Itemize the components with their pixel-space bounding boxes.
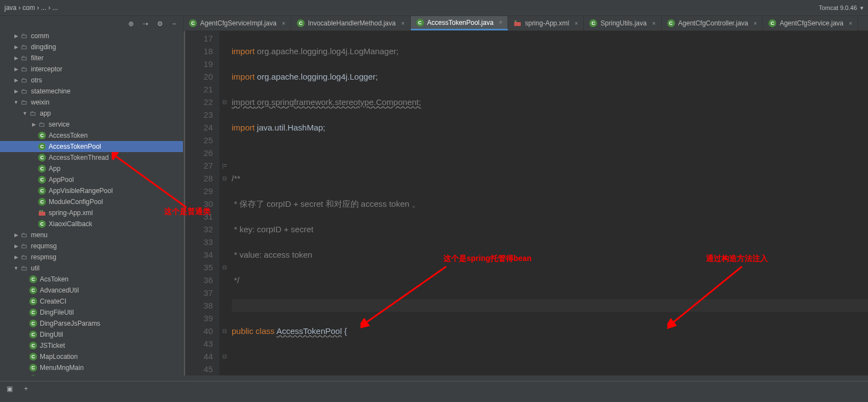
close-icon[interactable]: × bbox=[849, 20, 853, 27]
tree-item-accesstokenpool[interactable]: CAccessTokenPool bbox=[0, 141, 183, 152]
tree-item-moduleconfigpool[interactable]: CModuleConfigPool bbox=[0, 196, 183, 207]
tree-label: CreateCI bbox=[40, 297, 66, 305]
tab-invocablehandlermethod-java[interactable]: CInvocableHandlerMethod.java× bbox=[291, 16, 411, 30]
tree-item-weixin[interactable]: ▼🗀weixin bbox=[0, 97, 183, 108]
tree-item-otrs[interactable]: ▶🗀otrs bbox=[0, 75, 183, 86]
fold-marker[interactable] bbox=[219, 236, 229, 248]
fold-marker[interactable] bbox=[219, 108, 229, 121]
add-icon[interactable]: + bbox=[21, 384, 31, 394]
tab-accesstokenpool-java[interactable]: CAccessTokenPool.java× bbox=[411, 16, 509, 30]
locate-icon[interactable]: ⊕ bbox=[127, 19, 135, 28]
folder-icon: 🗀 bbox=[20, 43, 29, 51]
fold-marker[interactable]: ⊟ bbox=[219, 350, 229, 363]
fold-marker[interactable] bbox=[219, 45, 229, 58]
svg-rect-0 bbox=[39, 212, 45, 216]
close-icon[interactable]: × bbox=[652, 20, 656, 27]
fold-marker[interactable]: ⊟ bbox=[219, 325, 229, 337]
tree-item-xiaoxicallback[interactable]: CXiaoxiCallback bbox=[0, 218, 183, 229]
tree-item-accesstokenthread[interactable]: CAccessTokenThread bbox=[0, 152, 183, 163]
tree-item-acstoken[interactable]: CAcsToken bbox=[0, 274, 183, 285]
fold-marker[interactable] bbox=[219, 197, 229, 210]
fold-marker[interactable] bbox=[219, 83, 229, 96]
tab-spring-app-xml[interactable]: spring-App.xml× bbox=[508, 16, 584, 30]
tab-springutils-java[interactable]: CSpringUtils.java× bbox=[584, 16, 661, 30]
close-icon[interactable]: × bbox=[574, 20, 578, 27]
fold-marker[interactable] bbox=[219, 223, 229, 236]
tree-item-dingutil[interactable]: CDingUtil bbox=[0, 329, 183, 340]
fold-marker[interactable]: ⊟ bbox=[219, 261, 229, 274]
fold-marker[interactable] bbox=[219, 185, 229, 197]
tree-arrow-icon: ▶ bbox=[13, 232, 19, 238]
tree-item-dingfileutil[interactable]: CDingFileUtil bbox=[0, 307, 183, 318]
horizontal-scroll[interactable] bbox=[0, 375, 868, 381]
tree-item-requmsg[interactable]: ▶🗀requmsg bbox=[0, 241, 183, 252]
fold-marker[interactable] bbox=[219, 121, 229, 134]
tree-item-respmsg[interactable]: ▶🗀respmsg bbox=[0, 252, 183, 263]
fold-marker[interactable] bbox=[219, 363, 229, 375]
tree-item-appvisiblerangepool[interactable]: CAppVisibleRangePool bbox=[0, 185, 183, 196]
tree-item-interceptor[interactable]: ▶🗀interceptor bbox=[0, 64, 183, 75]
tree-item-filter[interactable]: ▶🗀filter bbox=[0, 53, 183, 64]
tree-item-spring-app-xml[interactable]: spring-App.xml bbox=[0, 207, 183, 218]
gear-icon[interactable]: ⚙ bbox=[155, 19, 164, 28]
fold-marker[interactable] bbox=[219, 286, 229, 299]
folder-icon: 🗀 bbox=[38, 120, 46, 129]
collapse-icon[interactable]: ⇢ bbox=[141, 19, 150, 28]
tree-label: requmsg bbox=[31, 242, 57, 250]
fold-marker[interactable]: ⊟ bbox=[219, 172, 229, 185]
tree-item-menumngmain[interactable]: CMenuMngMain bbox=[0, 362, 183, 373]
xml-icon bbox=[514, 19, 521, 27]
close-icon[interactable]: × bbox=[754, 20, 757, 27]
fold-marker[interactable] bbox=[219, 70, 229, 83]
terminal-icon[interactable]: ▣ bbox=[4, 384, 14, 394]
tree-item-dingding[interactable]: ▶🗀dingding bbox=[0, 41, 183, 53]
class-icon: C bbox=[29, 308, 38, 317]
tab-agentcfgserviceimpl-java[interactable]: CAgentCfgServiceImpl.java× bbox=[184, 16, 291, 30]
fold-marker[interactable] bbox=[219, 299, 229, 312]
hide-icon[interactable]: − bbox=[170, 19, 179, 28]
project-tree[interactable]: ⊕ ⇢ ⚙ − ▶🗀comm▶🗀dingding▶🗀filter▶🗀interc… bbox=[0, 16, 184, 375]
folder-icon: 🗀 bbox=[20, 242, 29, 250]
tree-item-jsticket[interactable]: CJSTicket bbox=[0, 340, 183, 351]
tree-item-util[interactable]: ▼🗀util bbox=[0, 263, 183, 274]
tree-item-accesstoken[interactable]: CAccessToken bbox=[0, 130, 183, 141]
tree-item-app[interactable]: ▼🗀app bbox=[0, 108, 183, 119]
class-icon: C bbox=[768, 19, 776, 27]
fold-marker[interactable] bbox=[219, 337, 229, 350]
close-icon[interactable]: × bbox=[282, 20, 285, 27]
code-editor[interactable]: 1718192021222324252627282930313233343536… bbox=[184, 31, 868, 375]
tree-item-service[interactable]: ▶🗀service bbox=[0, 119, 183, 130]
code-area[interactable]: import org.apache.logging.log4j.LogManag… bbox=[229, 31, 868, 375]
folder-icon: 🗀 bbox=[20, 87, 29, 96]
fold-marker[interactable] bbox=[219, 248, 229, 261]
tree-item-dingparsejsparams[interactable]: CDingParseJsParams bbox=[0, 318, 183, 329]
close-icon[interactable]: × bbox=[499, 19, 503, 25]
tree-item-maplocation[interactable]: CMapLocation bbox=[0, 351, 183, 362]
fold-marker[interactable]: |= bbox=[219, 159, 229, 172]
fold-marker[interactable] bbox=[219, 147, 229, 159]
fold-marker[interactable] bbox=[219, 58, 229, 70]
fold-marker[interactable] bbox=[219, 210, 229, 223]
tab-agentcfgcontroller-java[interactable]: CAgentCfgController.java× bbox=[662, 16, 764, 30]
tree-item-advancedutil[interactable]: CAdvancedUtil bbox=[0, 285, 183, 296]
tree-item-createci[interactable]: CCreateCI bbox=[0, 296, 183, 307]
tree-item-menu[interactable]: ▶🗀menu bbox=[0, 229, 183, 241]
run-dropdown-icon[interactable]: ▾ bbox=[860, 4, 864, 12]
fold-marker[interactable] bbox=[219, 312, 229, 325]
tree-item-statemechine[interactable]: ▶🗀statemechine bbox=[0, 86, 183, 97]
tree-label: DingUtil bbox=[40, 331, 63, 338]
breadcrumb: java › com › ... › ... bbox=[4, 4, 58, 12]
tree-item-apppool[interactable]: CAppPool bbox=[0, 174, 183, 185]
run-config-label[interactable]: Tomcat 9.0.46 bbox=[819, 4, 857, 11]
tab-agentcfgservice-java[interactable]: CAgentCfgService.java× bbox=[763, 16, 858, 30]
fold-marker[interactable] bbox=[219, 134, 229, 147]
fold-marker[interactable]: ⊟ bbox=[219, 96, 229, 108]
tree-item-comm[interactable]: ▶🗀comm bbox=[0, 30, 183, 41]
fold-marker[interactable] bbox=[219, 274, 229, 286]
tree-item-menumngmain-local[interactable]: CMenuMngMain_local bbox=[0, 373, 183, 375]
tree-item-app[interactable]: CApp bbox=[0, 163, 183, 174]
tab-label: AgentCfgServiceImpl.java bbox=[200, 19, 276, 27]
class-icon: C bbox=[589, 19, 597, 27]
close-icon[interactable]: × bbox=[401, 20, 405, 27]
fold-marker[interactable] bbox=[219, 32, 229, 45]
